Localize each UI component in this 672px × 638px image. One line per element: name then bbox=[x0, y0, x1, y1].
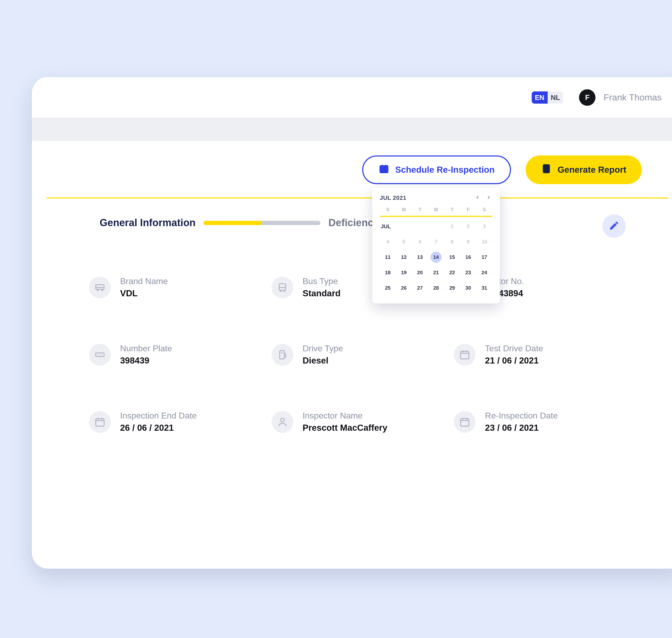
generate-report-button[interactable]: Generate Report bbox=[525, 155, 642, 184]
progress-fill bbox=[204, 221, 262, 225]
calendar-dow-cell: S bbox=[380, 207, 396, 213]
value: 26 / 06 / 2021 bbox=[120, 423, 197, 433]
calendar-title: JUL 2021 bbox=[380, 195, 406, 201]
plate-icon bbox=[89, 344, 111, 366]
actions-row: Schedule Re-Inspection Generate Report bbox=[47, 155, 668, 198]
tab-general-information[interactable]: General Information bbox=[100, 217, 196, 229]
calendar-day[interactable]: 15 bbox=[444, 250, 460, 264]
svg-point-1 bbox=[382, 169, 383, 170]
svg-point-4 bbox=[382, 171, 383, 172]
calendar-day[interactable]: 26 bbox=[396, 281, 412, 295]
svg-point-5 bbox=[384, 171, 385, 172]
lang-en[interactable]: EN bbox=[532, 91, 548, 104]
value: 398439 bbox=[120, 355, 172, 366]
value: Diesel bbox=[303, 355, 343, 366]
calendar-dow-cell: M bbox=[396, 207, 412, 213]
bus-front-icon bbox=[272, 276, 293, 298]
calendar-day[interactable]: 6 bbox=[412, 235, 428, 249]
pencil-icon bbox=[609, 220, 619, 232]
calendar-day[interactable]: 22 bbox=[444, 266, 460, 280]
calendar-day[interactable]: 19 bbox=[396, 266, 412, 280]
calendar-day[interactable]: 11 bbox=[380, 250, 396, 264]
info-test-drive-date: Test Drive Date 21 / 06 / 2021 bbox=[454, 343, 626, 366]
label: Brand Name bbox=[120, 276, 168, 286]
calendar-day[interactable]: 12 bbox=[396, 250, 412, 264]
subheader-strip bbox=[32, 118, 672, 141]
calendar-day[interactable]: 14 bbox=[428, 250, 444, 264]
label: Inspection End Date bbox=[120, 411, 197, 421]
calendar-dow-cell: S bbox=[476, 207, 492, 213]
calendar-day[interactable]: 16 bbox=[460, 250, 476, 264]
calendar-dow-cell: T bbox=[444, 207, 460, 213]
label: Number Plate bbox=[120, 343, 172, 353]
svg-point-11 bbox=[280, 290, 281, 292]
value: 23 / 06 / 2021 bbox=[485, 423, 558, 433]
chevron-right-icon bbox=[486, 195, 491, 201]
value: Standard bbox=[303, 288, 341, 298]
calendar-day[interactable]: 3 bbox=[476, 219, 492, 233]
calendar-grid: JUL1234567891011121314151617181920212223… bbox=[380, 219, 492, 295]
topbar: EN NL F Frank Thomas bbox=[32, 77, 672, 118]
calendar-day[interactable]: 23 bbox=[460, 266, 476, 280]
calendar-month-label: JUL bbox=[380, 219, 396, 233]
info-number-plate: Number Plate 398439 bbox=[89, 343, 261, 366]
calendar-day[interactable]: 5 bbox=[396, 235, 412, 249]
report-icon bbox=[541, 164, 552, 176]
lang-nl[interactable]: NL bbox=[548, 91, 563, 104]
value: 21 / 06 / 2021 bbox=[485, 355, 543, 366]
calendar-day[interactable]: 21 bbox=[428, 266, 444, 280]
calendar-day[interactable]: 29 bbox=[444, 281, 460, 295]
svg-point-14 bbox=[98, 354, 99, 355]
user-menu[interactable]: F Frank Thomas bbox=[579, 89, 662, 106]
calendar-day[interactable]: 25 bbox=[380, 281, 396, 295]
schedule-label: Schedule Re-Inspection bbox=[395, 165, 494, 175]
calendar-day[interactable]: 31 bbox=[476, 281, 492, 295]
calendar-day[interactable]: 18 bbox=[380, 266, 396, 280]
svg-point-20 bbox=[281, 418, 284, 422]
calendar-underline bbox=[380, 216, 492, 217]
person-icon bbox=[272, 411, 293, 433]
info-inspection-end-date: Inspection End Date 26 / 06 / 2021 bbox=[89, 411, 261, 433]
schedule-reinspection-button[interactable]: Schedule Re-Inspection bbox=[362, 155, 511, 184]
info-grid: Brand Name VDL Bus Type Standard Co bbox=[47, 276, 668, 433]
user-name: Frank Thomas bbox=[603, 92, 662, 103]
calendar-day[interactable]: 20 bbox=[412, 266, 428, 280]
svg-rect-17 bbox=[280, 351, 284, 359]
section-divider bbox=[47, 198, 668, 199]
calendar-dow-row: SMTWTFS bbox=[380, 207, 492, 216]
calendar-day[interactable]: 1 bbox=[444, 219, 460, 233]
calendar-icon bbox=[454, 344, 476, 366]
calendar-day[interactable]: 30 bbox=[460, 281, 476, 295]
value: VDL bbox=[120, 288, 168, 298]
label: Bus Type bbox=[303, 276, 341, 286]
calendar-day[interactable]: 8 bbox=[444, 235, 460, 249]
calendar-day[interactable]: 9 bbox=[460, 235, 476, 249]
calendar-dow-cell: W bbox=[428, 207, 444, 213]
calendar-day[interactable]: 17 bbox=[476, 250, 492, 264]
calendar-empty-cell bbox=[428, 219, 444, 233]
calendar-day[interactable]: 13 bbox=[412, 250, 428, 264]
calendar-day[interactable]: 10 bbox=[476, 235, 492, 249]
calendar-day[interactable]: 4 bbox=[380, 235, 396, 249]
svg-rect-18 bbox=[461, 351, 469, 359]
tabs-row: General Information Deficiency bbox=[47, 217, 668, 229]
bus-icon bbox=[89, 276, 111, 298]
svg-rect-19 bbox=[96, 419, 104, 426]
info-reinspection-date: Re-Inspection Date 23 / 06 / 2021 bbox=[454, 411, 626, 433]
datepicker-popover: JUL 2021 SMTWTF bbox=[372, 187, 500, 303]
svg-point-8 bbox=[97, 289, 98, 291]
language-toggle[interactable]: EN NL bbox=[532, 91, 563, 104]
svg-rect-21 bbox=[461, 419, 469, 426]
calendar-day[interactable]: 2 bbox=[460, 219, 476, 233]
edit-button[interactable] bbox=[602, 215, 626, 238]
value: Prescott MacCaffery bbox=[303, 423, 387, 433]
calendar-day[interactable]: 24 bbox=[476, 266, 492, 280]
tab-deficiency[interactable]: Deficiency bbox=[329, 217, 379, 229]
calendar-day[interactable]: 27 bbox=[412, 281, 428, 295]
next-month-button[interactable] bbox=[485, 194, 492, 202]
calendar-day[interactable]: 28 bbox=[428, 281, 444, 295]
info-inspector-name: Inspector Name Prescott MacCaffery bbox=[272, 411, 443, 433]
report-label: Generate Report bbox=[557, 165, 626, 175]
calendar-day[interactable]: 7 bbox=[428, 235, 444, 249]
prev-month-button[interactable] bbox=[474, 194, 481, 202]
